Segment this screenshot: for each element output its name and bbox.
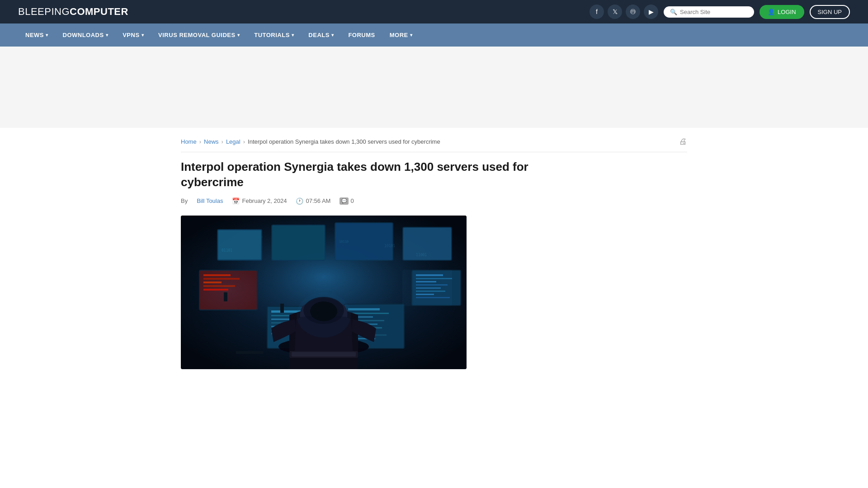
svg-rect-58 <box>217 229 262 261</box>
social-icons: f 𝕏 ⓜ ▶ <box>590 5 658 19</box>
breadcrumb-separator-3: › <box>243 138 245 145</box>
svg-rect-17 <box>203 285 235 287</box>
article-meta: By Bill Toulas 📅 February 2, 2024 🕐 07:5… <box>181 197 538 206</box>
nav-item-more[interactable]: MORE ▾ <box>382 23 420 47</box>
author-prefix: By <box>181 197 188 204</box>
svg-rect-16 <box>203 282 222 283</box>
nav-label-vpns: VPNS <box>123 32 139 38</box>
nav-item-vpns[interactable]: VPNS ▾ <box>115 23 151 47</box>
search-input[interactable] <box>680 9 748 15</box>
svg-rect-54 <box>292 352 356 357</box>
svg-rect-55 <box>224 292 227 301</box>
header-right: f 𝕏 ⓜ ▶ 🔍 👤 LOGIN SIGN UP <box>590 5 850 19</box>
breadcrumb-home[interactable]: Home <box>181 138 197 145</box>
nav-item-news[interactable]: NEWS ▾ <box>18 23 56 47</box>
comments-bubble-icon: 💬 <box>340 197 349 205</box>
breadcrumb-legal[interactable]: Legal <box>226 138 241 145</box>
comments-meta[interactable]: 💬 0 <box>340 197 354 205</box>
svg-point-52 <box>297 292 351 338</box>
nav-label-tutorials: TUTORIALS <box>254 32 290 38</box>
article-image-container: 01101 10110 11001 01010 10101 <box>181 216 467 369</box>
svg-rect-10 <box>403 228 451 260</box>
svg-text:10110: 10110 <box>339 240 349 244</box>
comments-count: 0 <box>350 197 354 204</box>
nav-arrow-more: ▾ <box>410 33 413 38</box>
clock-icon: 🕐 <box>296 197 303 205</box>
youtube-icon[interactable]: ▶ <box>644 5 658 19</box>
article-title: Interpol operation Synergia takes down 1… <box>181 160 538 190</box>
author-link[interactable]: Bill Toulas <box>197 197 223 204</box>
nav-label-forums: FORUMS <box>348 32 375 38</box>
ad-banner <box>0 47 868 128</box>
svg-rect-59 <box>402 270 452 306</box>
breadcrumb: Home › News › Legal › Interpol operation… <box>181 137 687 152</box>
nav-arrow-tutorials: ▾ <box>292 33 294 38</box>
article-time: 07:56 AM <box>306 197 330 204</box>
svg-rect-30 <box>348 308 380 310</box>
svg-rect-57 <box>280 304 284 313</box>
sidebar-column <box>552 160 687 378</box>
print-icon[interactable]: 🖨 <box>679 137 687 146</box>
svg-rect-56 <box>236 351 263 354</box>
search-icon: 🔍 <box>670 9 677 15</box>
nav-label-downloads: DOWNLOADS <box>63 32 104 38</box>
mastodon-icon[interactable]: ⓜ <box>626 5 640 19</box>
content-wrapper: Home › News › Legal › Interpol operation… <box>163 128 705 387</box>
nav-item-tutorials[interactable]: TUTORIALS ▾ <box>247 23 301 47</box>
nav-arrow-vpns: ▾ <box>142 33 144 38</box>
search-box: 🔍 <box>664 6 754 18</box>
breadcrumb-separator-1: › <box>199 138 201 145</box>
svg-text:01101: 01101 <box>222 249 232 253</box>
article-image: 01101 10110 11001 01010 10101 <box>181 216 467 369</box>
user-icon: 👤 <box>768 9 775 15</box>
signup-label: SIGN UP <box>818 9 842 15</box>
logo-prefix: BLEEPING <box>18 6 70 17</box>
nav-arrow-deals: ▾ <box>331 33 334 38</box>
nav-arrow-downloads: ▾ <box>106 33 108 38</box>
nav-item-forums[interactable]: FORUMS <box>341 23 382 47</box>
twitter-icon[interactable]: 𝕏 <box>608 5 622 19</box>
article-image-svg: 01101 10110 11001 01010 10101 <box>181 216 467 369</box>
nav-label-news: NEWS <box>25 32 44 38</box>
calendar-icon: 📅 <box>232 197 240 205</box>
breadcrumb-separator-2: › <box>222 138 223 145</box>
nav-arrow-news: ▾ <box>46 33 48 38</box>
top-header: BLEEPINGCOMPUTER f 𝕏 ⓜ ▶ 🔍 👤 LOGIN SIGN … <box>0 0 868 23</box>
nav-label-more: MORE <box>390 32 408 38</box>
svg-rect-14 <box>203 274 231 276</box>
breadcrumb-links: Home › News › Legal › Interpol operation… <box>181 138 440 145</box>
svg-rect-15 <box>203 278 240 280</box>
time-meta: 🕐 07:56 AM <box>296 197 330 205</box>
facebook-icon[interactable]: f <box>590 5 604 19</box>
two-col-layout: Interpol operation Synergia takes down 1… <box>181 160 687 378</box>
breadcrumb-news[interactable]: News <box>204 138 219 145</box>
nav-arrow-virus-removal: ▾ <box>237 33 240 38</box>
svg-text:11001: 11001 <box>416 253 427 257</box>
nav-label-virus-removal: VIRUS REMOVAL GUIDES <box>158 32 236 38</box>
logo-suffix: COMPUTER <box>70 6 128 17</box>
nav-item-downloads[interactable]: DOWNLOADS ▾ <box>56 23 116 47</box>
date-meta: 📅 February 2, 2024 <box>232 197 287 205</box>
site-logo[interactable]: BLEEPINGCOMPUTER <box>18 6 128 18</box>
main-column: Interpol operation Synergia takes down 1… <box>181 160 538 378</box>
breadcrumb-current: Interpol operation Synergia takes down 1… <box>248 138 440 145</box>
nav-label-deals: DEALS <box>308 32 330 38</box>
main-nav: NEWS ▾ DOWNLOADS ▾ VPNS ▾ VIRUS REMOVAL … <box>0 23 868 47</box>
signup-button[interactable]: SIGN UP <box>810 5 850 19</box>
svg-rect-6 <box>272 225 325 260</box>
article-date: February 2, 2024 <box>242 197 287 204</box>
svg-rect-18 <box>203 289 228 291</box>
nav-item-virus-removal[interactable]: VIRUS REMOVAL GUIDES ▾ <box>151 23 247 47</box>
nav-item-deals[interactable]: DEALS ▾ <box>301 23 341 47</box>
svg-text:10101: 10101 <box>384 244 395 248</box>
svg-text:01010: 01010 <box>253 235 263 239</box>
login-button[interactable]: 👤 LOGIN <box>760 5 804 19</box>
login-label: LOGIN <box>778 9 796 15</box>
